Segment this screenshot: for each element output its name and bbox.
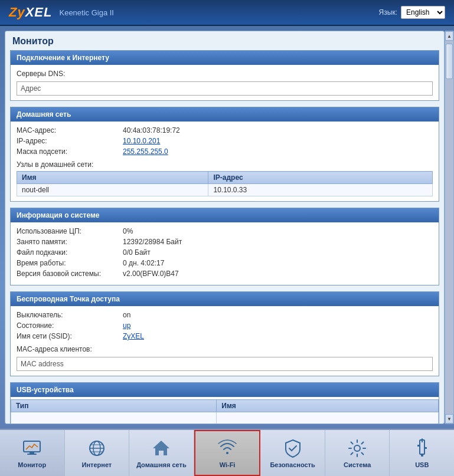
svg-marker-8 <box>153 441 169 455</box>
dns-label: Серверы DNS: <box>17 70 123 78</box>
svg-rect-12 <box>421 454 423 457</box>
nav-item-security[interactable]: Безопасность <box>260 430 325 476</box>
section-home-network: Домашняя сеть MAC-адрес: 40:4a:03:78:19:… <box>10 107 439 202</box>
content-panel: Монитор Подключение к Интернету Серверы … <box>5 31 445 424</box>
page-title: Монитор <box>5 31 444 50</box>
uptime-label: Время работы: <box>17 259 123 267</box>
section-usb-header: USB-устройства <box>11 383 439 397</box>
section-system-info: Информация о системе Использование ЦП: 0… <box>10 208 439 285</box>
ssid-row: Имя сети (SSID): ZyXEL <box>17 332 433 340</box>
usb-empty-name <box>217 412 439 425</box>
cpu-row: Использование ЦП: 0% <box>17 227 433 235</box>
nav-item-usb[interactable]: USB <box>390 430 454 476</box>
ip-row: IP-адрес: 10.10.0.201 <box>17 137 433 145</box>
firmware-row: Версия базовой системы: v2.00(BFW.0)B47 <box>17 270 433 278</box>
lang-label: Язык: <box>379 8 397 17</box>
nav-label-usb: USB <box>415 461 429 468</box>
language-select[interactable]: English Русский <box>401 6 445 19</box>
nav-item-home-network[interactable]: Домашняя сеть <box>129 430 194 476</box>
nav-label-security: Безопасность <box>270 461 315 468</box>
section-system-info-header: Информация о системе <box>11 208 439 222</box>
svg-point-9 <box>226 452 228 454</box>
mask-value[interactable]: 255.255.255.0 <box>123 147 168 156</box>
memory-row: Занято памяти: 12392/28984 Байт <box>17 238 433 246</box>
logo: ZyXEL <box>9 5 52 20</box>
node-ip: 10.10.0.33 <box>208 184 433 196</box>
section-home-network-header: Домашняя сеть <box>11 107 439 122</box>
nav-item-monitor[interactable]: Монитор <box>0 430 65 476</box>
svg-marker-16 <box>420 438 424 440</box>
usb-table: Тип Имя <box>11 399 439 424</box>
svg-point-10 <box>354 445 360 451</box>
scroll-down-button[interactable]: ▼ <box>445 414 453 424</box>
col-ip: IP-адрес <box>208 172 433 184</box>
usb-col-type: Тип <box>11 400 217 412</box>
svg-rect-2 <box>27 454 37 455</box>
nav-item-internet[interactable]: Интернет <box>65 430 130 476</box>
mask-label: Маска подсети: <box>17 147 123 156</box>
scroll-track <box>445 41 453 414</box>
nodes-label: Узлы в домашней сети: <box>17 160 433 169</box>
section-wifi-header: Беспроводная Точка доступа <box>11 292 439 306</box>
nav-item-wifi[interactable]: Wi-Fi <box>194 430 261 476</box>
section-internet-header: Подключение к Интернету <box>11 51 439 65</box>
usb-empty-row <box>11 412 439 425</box>
svg-rect-14 <box>424 447 427 449</box>
section-usb-body: Тип Имя <box>11 397 439 424</box>
scroll-up-button[interactable]: ▲ <box>445 31 453 41</box>
wifi-status-label: Состояние: <box>17 321 123 330</box>
header: ZyXEL Keenetic Giga II Язык: English Рус… <box>0 0 454 26</box>
usb-col-name: Имя <box>217 400 439 412</box>
firmware-value: v2.00(BFW.0)B47 <box>123 270 179 278</box>
home-network-icon <box>151 438 172 459</box>
memory-label: Занято памяти: <box>17 238 123 246</box>
internet-icon <box>86 438 107 459</box>
wifi-status-row: Состояние: up <box>17 321 433 330</box>
nav-label-wifi: Wi-Fi <box>220 461 236 468</box>
nav-label-system: Система <box>344 461 371 468</box>
firmware-label: Версия базовой системы: <box>17 270 123 278</box>
product-name: Keenetic Giga II <box>59 8 114 17</box>
nav-label-internet: Интернет <box>81 461 112 468</box>
download-row: Файл подкачки: 0/0 Байт <box>17 248 433 257</box>
nav-item-system[interactable]: Система <box>325 430 390 476</box>
uptime-value: 0 дн. 4:02:17 <box>123 259 164 267</box>
wifi-status-value[interactable]: up <box>123 321 130 330</box>
switch-label: Выключатель: <box>17 311 123 319</box>
nav-bar: Монитор Интернет Домашняя <box>0 429 454 476</box>
section-usb: USB-устройства Тип Имя <box>10 382 439 424</box>
switch-row: Выключатель: on <box>17 311 433 319</box>
section-system-info-body: Использование ЦП: 0% Занято памяти: 1239… <box>11 222 439 285</box>
section-wifi-body: Выключатель: on Состояние: up Имя сети (… <box>11 306 439 376</box>
ssid-value[interactable]: ZyXEL <box>123 332 144 340</box>
svg-rect-13 <box>417 445 420 447</box>
switch-value: on <box>123 311 130 319</box>
system-icon <box>347 438 368 459</box>
usb-icon <box>411 438 433 459</box>
ip-label: IP-адрес: <box>17 137 123 145</box>
memory-value: 12392/28984 Байт <box>123 238 182 246</box>
monitor-icon <box>21 438 43 459</box>
download-label: Файл подкачки: <box>17 248 123 257</box>
ip-value[interactable]: 10.10.0.201 <box>123 137 160 145</box>
nav-label-monitor: Монитор <box>18 461 46 468</box>
address-input[interactable] <box>17 81 433 96</box>
mac-value: 40:4a:03:78:19:72 <box>123 126 180 134</box>
uptime-row: Время работы: 0 дн. 4:02:17 <box>17 259 433 267</box>
logo-area: ZyXEL Keenetic Giga II <box>9 5 114 20</box>
mask-row: Маска подсети: 255.255.255.0 <box>17 147 433 156</box>
section-internet: Подключение к Интернету Серверы DNS: <box>10 50 439 101</box>
mac-row: MAC-адрес: 40:4a:03:78:19:72 <box>17 126 433 134</box>
ssid-label: Имя сети (SSID): <box>17 332 123 340</box>
mac-address-input[interactable] <box>17 357 433 371</box>
cpu-label: Использование ЦП: <box>17 227 123 235</box>
cpu-value: 0% <box>123 227 133 235</box>
nav-label-home-network: Домашняя сеть <box>136 461 187 468</box>
dns-row: Серверы DNS: <box>17 70 433 78</box>
download-value: 0/0 Байт <box>123 248 151 257</box>
scroll-thumb[interactable] <box>446 44 453 79</box>
svg-rect-1 <box>30 452 34 454</box>
node-name: nout-dell <box>17 184 208 196</box>
table-row: nout-dell 10.10.0.33 <box>17 184 433 196</box>
scrollbar[interactable]: ▲ ▼ <box>445 31 454 424</box>
